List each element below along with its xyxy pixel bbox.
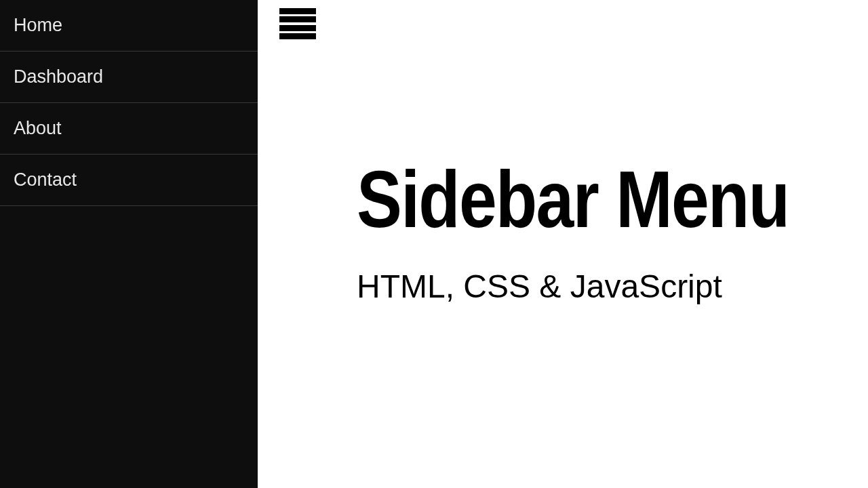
hamburger-menu-icon[interactable] bbox=[279, 5, 316, 42]
sidebar-item-contact[interactable]: Contact bbox=[0, 155, 258, 206]
sidebar: Home Dashboard About Contact bbox=[0, 0, 258, 488]
sidebar-item-label: Home bbox=[14, 15, 62, 35]
content-block: Sidebar Menu HTML, CSS & JavaScript bbox=[357, 159, 865, 305]
sidebar-item-label: Dashboard bbox=[14, 66, 103, 87]
sidebar-item-label: Contact bbox=[14, 169, 77, 190]
page-title: Sidebar Menu bbox=[357, 159, 789, 239]
sidebar-item-home[interactable]: Home bbox=[0, 0, 258, 52]
hamburger-bar bbox=[279, 33, 316, 39]
hamburger-bar bbox=[279, 16, 316, 22]
page-subtitle: HTML, CSS & JavaScript bbox=[357, 268, 865, 305]
hamburger-bar bbox=[279, 8, 316, 14]
sidebar-item-label: About bbox=[14, 118, 62, 138]
main-content: Sidebar Menu HTML, CSS & JavaScript bbox=[258, 0, 868, 488]
hamburger-bar bbox=[279, 25, 316, 31]
sidebar-item-dashboard[interactable]: Dashboard bbox=[0, 52, 258, 103]
sidebar-item-about[interactable]: About bbox=[0, 103, 258, 155]
